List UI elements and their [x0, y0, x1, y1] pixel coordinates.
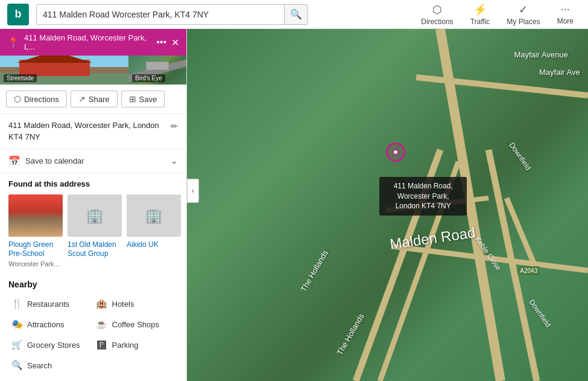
nearby-attractions[interactable]: 🎭 Attractions: [8, 315, 93, 334]
nearby-section: Nearby 🍴 Restaurants 🏨 Hotels 🎭 Attracti…: [0, 274, 186, 381]
restaurants-icon: 🍴: [11, 298, 23, 309]
share-icon: ↗: [78, 94, 86, 104]
full-address: 411 Malden Road, Worcester Park, London …: [8, 120, 166, 142]
top-bar: b 🔍 ⬡ Directions ⚡ Traffic ✓ My Places ·…: [0, 0, 588, 29]
nearby-attractions-label: Attractions: [27, 320, 64, 329]
pin-icon: 📍: [7, 37, 19, 48]
edit-icon[interactable]: ✏: [171, 121, 178, 131]
a2043-label: A2043: [517, 266, 540, 275]
nav-directions[interactable]: ⬡ Directions: [414, 1, 460, 28]
found-item-name-scouts: 1st Old Malden Scout Group: [68, 240, 122, 259]
nav-traffic-label: Traffic: [470, 18, 490, 26]
directions-btn-icon: ⬡: [14, 94, 21, 104]
birdeye-photo[interactable]: Bird's Eye: [128, 56, 186, 85]
found-item-name-aikido: Aikido UK: [127, 240, 181, 250]
directions-btn-label: Directions: [24, 95, 59, 104]
keble-close-label: Keble Close: [473, 235, 503, 272]
search-nearby-icon: 🔍: [11, 360, 23, 371]
birdeye-label: Bird's Eye: [132, 74, 165, 82]
top-nav: ⬡ Directions ⚡ Traffic ✓ My Places ··· M…: [414, 1, 581, 28]
coffee-shops-icon: ☕: [96, 319, 108, 330]
nearby-grocery-stores[interactable]: 🛒 Grocery Stores: [8, 335, 93, 354]
traffic-icon: ⚡: [473, 3, 487, 16]
nearby-hotels-label: Hotels: [112, 299, 134, 309]
hotels-icon: 🏨: [96, 298, 108, 309]
map-area[interactable]: Malden Road Mayfair Avenue Mayfair Ave T…: [187, 29, 588, 381]
found-item-img-aikido: 🏢: [127, 194, 181, 237]
mayfair-ave2-label: Mayfair Ave: [539, 68, 580, 77]
found-item-preschool[interactable]: Plough Green Pre-School Worcester Park..…: [8, 194, 63, 267]
nearby-coffee-shops[interactable]: ☕ Coffee Shops: [93, 315, 179, 334]
downfield1-label: Downfield: [507, 141, 533, 171]
pin-dot: [393, 149, 399, 155]
building-icon-aikido: 🏢: [127, 194, 181, 237]
directions-icon: ⬡: [432, 3, 442, 16]
save-button[interactable]: ⊞ Save: [121, 91, 165, 107]
directions-button[interactable]: ⬡ Directions: [6, 91, 67, 107]
nearby-title: Nearby: [8, 280, 178, 289]
sidebar-close-button[interactable]: ✕: [171, 37, 179, 48]
save-btn-label: Save: [139, 95, 157, 104]
attractions-icon: 🎭: [11, 319, 23, 330]
search-bar: 🔍: [36, 4, 308, 25]
share-btn-label: Share: [89, 95, 110, 104]
map-callout: 411 Malden Road, Worcester Park, London …: [379, 177, 467, 216]
nearby-grid: 🍴 Restaurants 🏨 Hotels 🎭 Attractions ☕ C…: [8, 294, 178, 375]
nearby-parking-label: Parking: [112, 341, 139, 350]
more-icon: ···: [561, 3, 570, 16]
found-title: Found at this address: [8, 179, 178, 188]
nearby-restaurants-label: Restaurants: [27, 299, 69, 309]
collapse-arrow[interactable]: ‹: [187, 179, 199, 203]
save-icon: ⊞: [129, 94, 136, 104]
share-button[interactable]: ↗ Share: [71, 91, 118, 107]
found-item-img-scouts: 🏢: [68, 194, 122, 237]
found-item-name-preschool: Plough Green Pre-School: [8, 240, 63, 259]
nav-my-places[interactable]: ✓ My Places: [499, 1, 547, 28]
calendar-row[interactable]: 📅 Save to calendar ⌄: [0, 149, 186, 173]
found-item-img-preschool: [8, 194, 63, 237]
nearby-coffee-shops-label: Coffee Shops: [112, 320, 160, 329]
main-area: 📍 411 Malden Road, Worcester Park, L... …: [0, 29, 588, 381]
malden-road-label: Malden Road: [389, 225, 476, 254]
streetside-photo[interactable]: Streetside: [0, 56, 128, 85]
sidebar: 📍 411 Malden Road, Worcester Park, L... …: [0, 29, 187, 381]
address-section: 411 Malden Road, Worcester Park, London …: [0, 114, 186, 149]
sidebar-header: 📍 411 Malden Road, Worcester Park, L... …: [0, 29, 186, 56]
nearby-search[interactable]: 🔍 Search: [8, 356, 93, 375]
svg-line-4: [507, 198, 537, 271]
nearby-search-label: Search: [27, 361, 52, 370]
nearby-parking[interactable]: 🅿 Parking: [93, 335, 179, 354]
nearby-hotels[interactable]: 🏨 Hotels: [93, 294, 179, 313]
search-button[interactable]: 🔍: [284, 4, 307, 25]
found-item-aikido[interactable]: 🏢 Aikido UK: [127, 194, 181, 267]
nav-more-label: More: [557, 17, 574, 25]
sidebar-address-title: 411 Malden Road, Worcester Park, L...: [24, 33, 151, 51]
nearby-restaurants[interactable]: 🍴 Restaurants: [8, 294, 93, 313]
my-places-icon: ✓: [519, 3, 528, 16]
nav-traffic[interactable]: ⚡ Traffic: [463, 1, 498, 28]
map-background: Malden Road Mayfair Avenue Mayfair Ave T…: [187, 29, 588, 381]
building-icon: 🏢: [68, 194, 122, 237]
search-input[interactable]: [37, 5, 284, 24]
calendar-icon: 📅: [8, 155, 21, 167]
svg-line-5: [416, 77, 588, 95]
found-item-sub-preschool: Worcester Park...: [8, 260, 63, 267]
nav-directions-label: Directions: [421, 18, 453, 26]
calendar-label: Save to calendar: [25, 156, 171, 165]
nav-more[interactable]: ··· More: [550, 1, 581, 28]
photos-row: Streetside Bird's Eye: [0, 56, 186, 85]
mayfair-avenue-label: Mayfair Avenue: [514, 50, 567, 59]
calendar-chevron-icon: ⌄: [171, 156, 178, 165]
map-pin: [386, 142, 405, 162]
found-item-scouts[interactable]: 🏢 1st Old Malden Scout Group: [68, 194, 122, 267]
sidebar-more-button[interactable]: •••: [156, 37, 166, 48]
the-hollands1-label: The Hollands: [299, 249, 330, 293]
parking-icon: 🅿: [96, 340, 108, 350]
the-hollands2-label: The Hollands: [335, 312, 365, 357]
streetside-label: Streetside: [4, 74, 37, 82]
found-items: Plough Green Pre-School Worcester Park..…: [8, 194, 178, 267]
bing-logo: b: [7, 4, 29, 25]
nav-my-places-label: My Places: [507, 18, 540, 26]
action-buttons: ⬡ Directions ↗ Share ⊞ Save: [0, 85, 186, 114]
nearby-grocery-label: Grocery Stores: [27, 341, 80, 350]
